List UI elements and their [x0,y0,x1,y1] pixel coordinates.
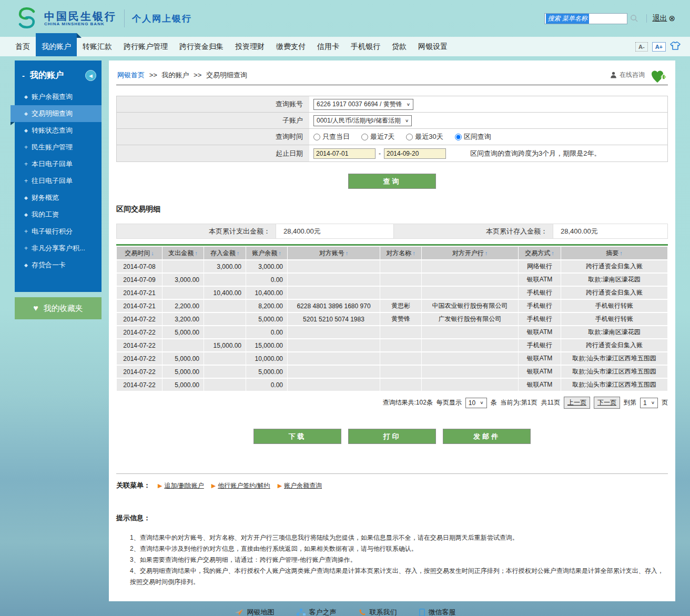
nav-tab-5[interactable]: 跨行资金归集 [174,37,229,56]
time-option-label: 最近7天 [370,132,394,142]
search-input[interactable]: 搜索 菜单名称 [544,13,627,24]
time-radio-2[interactable] [361,134,368,140]
column-header-label: 对方名称 [386,249,411,257]
column-header-peer-account[interactable]: 对方账号↑ [288,247,380,259]
nav-tab-1[interactable]: 首页 [9,37,36,56]
column-header-summary[interactable]: 摘要↑ [561,247,667,259]
favorites-button[interactable]: ♥ 我的收藏夹 [15,297,102,319]
balance-query-link[interactable]: ▶账户余额查询 [278,481,322,490]
nav-tab-4[interactable]: 跨行账户管理 [118,37,174,56]
column-header-balance[interactable]: 账户余额↑ [246,247,287,259]
font-increase-button[interactable]: A+ [652,42,666,52]
cell-summary: 跨行通资金归集入账 [561,287,667,299]
nav-tab-11[interactable]: 网银设置 [412,37,453,56]
triangle-bullet-icon: ▶ [211,482,216,489]
table-row: 2014-07-225,000.0010,000.00银联ATM取款:汕头市濠江… [117,352,667,365]
search-icon[interactable] [627,13,641,24]
table-row: 2014-07-2110,400.0010,400.00手机银行跨行通资金归集入… [117,287,667,299]
sidebar-item-3[interactable]: ◆转账状态查询 [15,122,102,139]
goto-page-value: 1 [643,399,647,407]
column-header-label: 支出金额 [168,249,194,257]
cell-summary: 手机银行转账 [561,313,667,325]
goto-page-select[interactable]: 1 ∨ [640,398,658,408]
cell-out-amount: 5,000.00 [163,379,204,391]
summary-out-value: 28,400.00元 [276,224,394,238]
sidebar-item-label: 存贷合一卡 [32,260,66,270]
time-option-2[interactable]: 最近7天 [361,132,394,142]
download-button[interactable]: 下载 [253,429,341,444]
sidebar-item-4[interactable]: +民生账户管理 [15,139,102,156]
related-menu: 关联菜单： ▶追加/删除账户▶他行账户签约/解约▶账户余额查询 [116,481,668,490]
query-button[interactable]: 查询 [348,174,436,189]
sort-up-icon: ↑ [278,250,281,256]
add-favorite-heart-icon[interactable] [651,70,667,85]
footer-link-contact[interactable]: 联系我们 [359,608,397,616]
nav-tab-3[interactable]: 转账汇款 [77,37,118,56]
time-option-3[interactable]: 最近30天 [406,132,443,142]
nav-tab-10[interactable]: 贷款 [386,37,412,56]
column-header-label: 交易时间 [125,249,150,257]
sub-account-select[interactable]: 0001/人民币/活期/钞/储蓄活期 ∨ [313,115,412,126]
column-header-channel[interactable]: 交易方式↑ [519,247,561,259]
nav-tab-2[interactable]: 我的账户 [36,33,77,56]
per-page-value: 10 [469,399,475,407]
add-remove-account-link[interactable]: ▶追加/删除账户 [158,481,204,490]
sidebar-item-11[interactable]: ◆存贷合一卡 [15,257,102,274]
tip-item-3: 3、如果需要查询他行账户交易明细，请通过：跨行账户管理-他行账户查询操作。 [130,554,668,565]
column-header-peer-bank[interactable]: 对方开户行↑ [422,247,518,259]
date-start-input[interactable] [313,148,376,159]
prev-page-button[interactable]: 上一页 [564,397,590,409]
tips-section: 提示信息： 1、查询结果中的对方账号、对方名称、对方开户行三项信息我行将陆续为您… [116,513,668,588]
nav-tab-6[interactable]: 投资理财 [229,37,270,56]
nav-tab-9[interactable]: 手机银行 [345,37,386,56]
diamond-bullet-icon: ◆ [24,212,32,217]
logout-icon[interactable]: ⊗ [668,14,675,23]
time-radio-4[interactable] [455,134,462,140]
time-radio-1[interactable] [313,134,320,140]
collapse-minus-icon[interactable]: - [22,71,25,80]
account-select[interactable]: 6226 1917 0037 6694 / 黄赞锋 ∨ [313,99,413,110]
breadcrumb: 网银首页 >> 我的账户 >> 交易明细查询 [117,70,247,80]
sidebar-item-1[interactable]: ◆账户余额查询 [15,88,102,105]
search-input-text: 搜索 菜单名称 [546,14,588,24]
email-button[interactable]: 发邮件 [443,429,531,444]
print-button[interactable]: 打印 [348,429,436,444]
sidebar: - 我的账户 ◄ ◆账户余额查询◆交易明细查询◆转账状态查询+民生账户管理+本日… [15,60,102,319]
time-option-4[interactable]: 区间查询 [455,132,491,142]
footer-link-sitemap[interactable]: 网银地图 [235,608,275,616]
next-page-button[interactable]: 下一页 [594,397,620,409]
main-nav: 首页我的账户转账汇款跨行账户管理跨行资金归集投资理财缴费支付信用卡手机银行贷款网… [0,37,690,56]
cell-channel: 银联ATM [519,379,561,391]
cell-peer-name: 黄赞锋 [380,313,421,325]
theme-skin-icon[interactable] [670,41,681,52]
sidebar-collapse-icon[interactable]: ◄ [85,70,96,81]
breadcrumb-home-link[interactable]: 网银首页 [117,71,145,79]
font-decrease-button[interactable]: A- [635,42,648,52]
column-header-time[interactable]: 交易时间↓ [117,247,162,259]
column-header-peer-name[interactable]: 对方名称↑ [380,247,421,259]
column-header-in-amount[interactable]: 存入金额↑ [204,247,246,259]
sidebar-item-10[interactable]: +非凡分享客户积... [15,240,102,257]
time-option-1[interactable]: 只查当日 [313,132,350,142]
cell-channel: 银联ATM [519,352,561,365]
per-page-select[interactable]: 10 ∨ [465,398,487,408]
sidebar-item-8[interactable]: ◆我的工资 [15,206,102,223]
sidebar-item-7[interactable]: ◆财务概览 [15,189,102,206]
nav-tab-7[interactable]: 缴费支付 [270,37,311,56]
online-consult-link[interactable]: 在线咨询 [610,70,645,79]
other-bank-sign-link[interactable]: ▶他行账户签约/解约 [211,481,270,490]
footer-link-wechat[interactable]: 微信客服 [419,608,456,616]
sidebar-item-2[interactable]: ◆交易明细查询 [11,105,102,122]
cell-peer-name [380,352,421,365]
time-radio-3[interactable] [406,134,413,140]
column-header-out-amount[interactable]: 支出金额↑ [163,247,204,259]
logout-link[interactable]: 退出 [652,14,667,23]
nav-tab-8[interactable]: 信用卡 [311,37,345,56]
footer-link-customer-voice[interactable]: 客户之声 [297,608,337,616]
sidebar-item-6[interactable]: +往日电子回单 [15,173,102,189]
sidebar-item-9[interactable]: +电子银行积分 [15,223,102,240]
date-end-input[interactable] [384,148,446,159]
sort-up-icon: ↑ [237,250,240,256]
sidebar-item-5[interactable]: +本日电子回单 [15,156,102,173]
cell-channel: 手机银行 [519,300,561,312]
